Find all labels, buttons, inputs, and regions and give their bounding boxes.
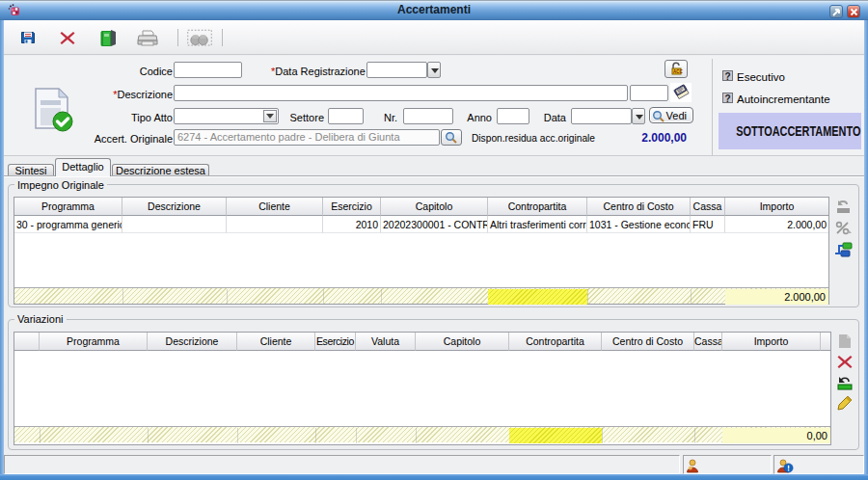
svg-text:ACC: ACC [673,69,683,74]
